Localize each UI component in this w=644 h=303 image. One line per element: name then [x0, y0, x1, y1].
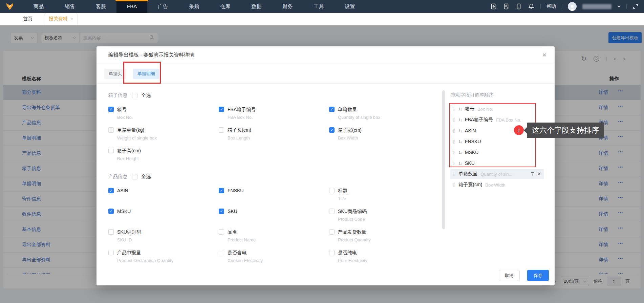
field-checkbox[interactable]: [329, 209, 335, 214]
field-option[interactable]: 箱号 Box No.: [108, 107, 219, 120]
field-checkbox[interactable]: [219, 188, 224, 193]
sort-icon[interactable]: 1↓: [458, 118, 462, 122]
cancel-button[interactable]: 取消: [499, 270, 520, 281]
field-option[interactable]: 产品申报量 Product Declaration Quantity: [108, 250, 219, 263]
download-app-icon[interactable]: [490, 3, 497, 10]
field-option[interactable]: 箱子宽(cm) Box Width: [329, 127, 439, 141]
sort-icon[interactable]: 1↓: [458, 129, 462, 133]
field-option[interactable]: 单箱重量(kg) Weight of single box: [108, 127, 219, 141]
sort-icon[interactable]: 1↓: [458, 150, 462, 154]
user-avatar[interactable]: [568, 2, 577, 11]
row-hover-actions: ↑ ×: [531, 171, 544, 177]
field-checkbox[interactable]: [108, 229, 114, 235]
drag-handle-icon[interactable]: ⣿: [453, 172, 455, 176]
section-title: 产品信息: [108, 174, 127, 180]
nav-item[interactable]: 商品: [23, 0, 54, 13]
nav-item[interactable]: 采购: [178, 0, 210, 13]
feedback-form-icon[interactable]: [503, 3, 510, 10]
field-option[interactable]: SKU商品编码 Product Code: [329, 209, 439, 222]
tab-home[interactable]: 首页: [18, 13, 37, 25]
field-option[interactable]: FBA箱子编号 FBA Box No.: [219, 107, 329, 120]
field-label-cn: FNSKU: [228, 188, 243, 193]
field-row[interactable]: ⣿ 箱子宽(cm) Box Width: [450, 180, 544, 190]
sort-icon[interactable]: 1↓: [458, 139, 462, 144]
sortable-field-row[interactable]: ⣿ 1↓ SKU: [450, 158, 544, 168]
drag-handle-icon[interactable]: ⣿: [453, 151, 455, 154]
drag-handle-icon[interactable]: ⣿: [453, 118, 455, 122]
sortable-field-row[interactable]: ⣿ 1↓ MSKU: [450, 147, 544, 157]
select-all-checkbox[interactable]: [132, 93, 137, 98]
save-button[interactable]: 保存: [527, 270, 549, 281]
drag-handle-icon[interactable]: ⣿: [453, 161, 455, 165]
remove-field-icon[interactable]: ×: [538, 171, 541, 177]
field-option[interactable]: SKU: [219, 209, 329, 222]
field-checkbox[interactable]: [329, 188, 335, 193]
mobile-app-icon[interactable]: [515, 3, 522, 10]
field-checkbox[interactable]: [329, 229, 335, 235]
nav-item[interactable]: 财务: [272, 0, 303, 13]
divider: [562, 4, 562, 9]
chevron-down-icon[interactable]: [617, 6, 621, 9]
field-label-cn: SKU识别码: [117, 229, 141, 235]
field-checkbox[interactable]: [219, 209, 224, 214]
field-checkbox[interactable]: [329, 127, 335, 133]
nav-item[interactable]: 销售: [54, 0, 85, 13]
username-redacted[interactable]: [582, 4, 611, 9]
modal-tab[interactable]: 单据头: [104, 69, 126, 79]
nav-item[interactable]: 广告: [147, 0, 178, 13]
field-checkbox[interactable]: [219, 127, 224, 133]
help-link[interactable]: 帮助: [546, 3, 556, 9]
field-checkbox[interactable]: [219, 229, 224, 235]
field-checkbox[interactable]: [108, 148, 114, 153]
field-checkbox[interactable]: [219, 250, 224, 255]
field-option[interactable]: 标题 Title: [329, 188, 439, 201]
modal-tab[interactable]: 单据明细: [133, 69, 159, 79]
field-name-cn: SKU: [465, 160, 475, 166]
move-to-top-icon[interactable]: ↑: [531, 172, 534, 176]
field-option[interactable]: 品名 Product Name: [219, 229, 329, 243]
drag-handle-icon[interactable]: ⣿: [453, 183, 455, 187]
fullscreen-icon[interactable]: [632, 3, 639, 9]
field-option[interactable]: MSKU: [108, 209, 219, 222]
drag-handle-icon[interactable]: ⣿: [453, 129, 455, 133]
field-checkbox[interactable]: [108, 127, 114, 133]
nav-item[interactable]: FBA: [116, 0, 147, 13]
field-label-en: Product Code: [338, 217, 367, 222]
field-option[interactable]: 是否纯电 Pure Electricity: [329, 250, 439, 263]
field-checkbox[interactable]: [108, 209, 114, 214]
drag-handle-icon[interactable]: ⣿: [453, 140, 455, 144]
notification-bell-icon[interactable]: [528, 3, 535, 10]
drag-handle-icon[interactable]: ⣿: [453, 107, 455, 111]
field-option[interactable]: FNSKU: [219, 188, 329, 201]
field-checkbox[interactable]: [329, 250, 335, 255]
field-checkbox[interactable]: [108, 250, 114, 255]
field-label-en: Box Length: [228, 135, 251, 140]
field-option[interactable]: 箱子高(cm) Box Height: [108, 148, 219, 161]
field-row[interactable]: ⣿ 单箱数量 Quantity of sin... ↑ ×: [450, 169, 544, 179]
field-option[interactable]: 单箱数量 Quantity of single box: [329, 107, 439, 120]
field-option[interactable]: 是否含电 Contain Electricity: [219, 250, 329, 263]
nav-item[interactable]: 设置: [334, 0, 365, 13]
nav-item[interactable]: 仓库: [210, 0, 241, 13]
field-option[interactable]: ASIN: [108, 188, 219, 201]
nav-item[interactable]: 客服: [85, 0, 116, 13]
field-checkbox[interactable]: [108, 107, 114, 112]
sort-icon[interactable]: 1↓: [458, 107, 462, 111]
sort-icon[interactable]: 1↓: [458, 161, 462, 165]
field-name-cn: MSKU: [465, 150, 478, 155]
field-checkbox[interactable]: [219, 107, 224, 112]
close-modal-icon[interactable]: ×: [542, 51, 546, 59]
scrollbar-thumb[interactable]: [442, 90, 445, 229]
nav-item[interactable]: 数据: [241, 0, 272, 13]
field-checkbox[interactable]: [329, 107, 335, 112]
sortable-field-row[interactable]: ⣿ 1↓ 箱号 Box No.: [450, 104, 544, 114]
nav-item[interactable]: 工具: [303, 0, 334, 13]
field-checkbox[interactable]: [108, 188, 114, 193]
logo-fox-icon[interactable]: [5, 2, 14, 11]
select-all-checkbox[interactable]: [132, 174, 137, 179]
field-option[interactable]: SKU识别码 SKU ID: [108, 229, 219, 243]
close-tab-icon[interactable]: ×: [71, 17, 73, 21]
tab-customs-data[interactable]: 报关资料 ×: [44, 13, 78, 25]
field-option[interactable]: 产品发货数量 Product Quantity: [329, 229, 439, 243]
field-option[interactable]: 箱子长(cm) Box Length: [219, 127, 329, 141]
